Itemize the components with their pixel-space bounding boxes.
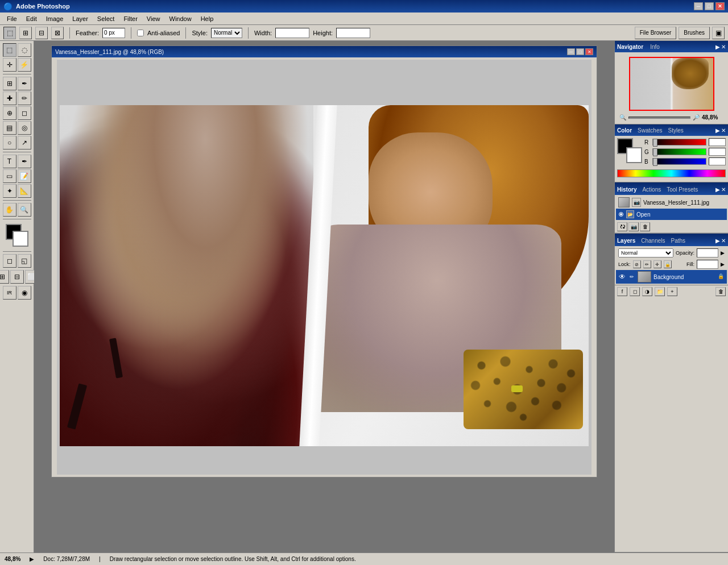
color-tab[interactable]: Color (617, 127, 632, 134)
new-selection-btn[interactable]: ⬚ (3, 27, 16, 39)
maximize-button[interactable]: □ (705, 2, 714, 10)
styles-tab[interactable]: Styles (668, 127, 683, 134)
background-layer[interactable]: 👁 ✏ Background 🔒 (616, 270, 727, 284)
brush-tool[interactable]: ✏ (18, 92, 31, 105)
notes-tool[interactable]: 📝 (18, 169, 31, 183)
clone-stamp-tool[interactable]: ⊕ (3, 106, 16, 120)
menu-filter[interactable]: Filter (119, 14, 142, 23)
history-tab[interactable]: History (617, 186, 636, 193)
layers-close-icon[interactable]: ✕ (721, 238, 726, 244)
lock-all-btn[interactable]: 🔒 (664, 260, 672, 268)
paths-tab[interactable]: Paths (671, 238, 686, 244)
navigator-expand-icon[interactable]: ▶ (715, 44, 720, 50)
minimize-button[interactable]: ─ (694, 2, 703, 10)
layer-group-btn[interactable]: 📁 (655, 287, 665, 296)
new-layer-btn[interactable]: + (667, 287, 677, 296)
healing-brush-tool[interactable]: ✚ (3, 92, 16, 105)
move-tool[interactable]: ✛ (3, 58, 16, 72)
lock-image-btn[interactable]: ✏ (643, 260, 651, 268)
channels-tab[interactable]: Channels (641, 238, 665, 244)
layer-mask-btn[interactable]: ◻ (630, 287, 640, 296)
zoom-out-icon[interactable]: 🔍 (619, 114, 626, 121)
color-spectrum-bar[interactable] (617, 169, 726, 177)
create-new-doc-btn[interactable]: 🗘 (617, 222, 627, 231)
extra-tool-btn[interactable]: ◉ (18, 286, 31, 300)
jump-to-imageready-btn[interactable]: IR (3, 286, 16, 300)
r-slider[interactable] (652, 139, 706, 146)
swatches-tab[interactable]: Swatches (638, 127, 662, 134)
create-snapshot-btn[interactable]: 📷 (628, 222, 639, 231)
actions-tab[interactable]: Actions (642, 186, 661, 193)
fill-arrow[interactable]: ▶ (721, 261, 725, 267)
screen-mode-btn2[interactable]: ⊟ (10, 270, 24, 284)
close-button[interactable]: ✕ (715, 2, 725, 10)
navigator-close-icon[interactable]: ✕ (721, 44, 726, 50)
layer-style-btn[interactable]: f (617, 287, 627, 296)
doc-minimize-btn[interactable]: ─ (567, 48, 575, 55)
lock-transparent-btn[interactable]: ⊘ (633, 260, 641, 268)
delete-state-btn[interactable]: 🗑 (640, 222, 650, 231)
delete-layer-btn[interactable]: 🗑 (715, 287, 726, 296)
width-input[interactable] (275, 28, 309, 38)
menu-window[interactable]: Window (165, 14, 196, 23)
layers-tab[interactable]: Layers (617, 238, 635, 244)
b-slider[interactable] (652, 158, 706, 165)
extra-icon[interactable]: ▣ (712, 27, 725, 39)
history-expand-icon[interactable]: ▶ (715, 186, 720, 193)
opacity-input[interactable]: 100% (697, 248, 718, 257)
measure-tool[interactable]: 📐 (18, 184, 31, 198)
zoom-tool[interactable]: 🔍 (18, 203, 31, 217)
path-select-tool[interactable]: ↗ (18, 136, 31, 149)
lock-position-btn[interactable]: ✛ (653, 260, 661, 268)
g-value-input[interactable]: 0 (709, 148, 726, 156)
height-input[interactable] (336, 28, 370, 38)
standard-mode-btn[interactable]: ◻ (3, 254, 16, 268)
rectangular-marquee-tool[interactable]: ⬚ (3, 43, 16, 57)
shape-tool[interactable]: ▭ (3, 169, 16, 183)
b-value-input[interactable]: 0 (709, 157, 726, 165)
dodge-tool[interactable]: ○ (3, 136, 16, 149)
zoom-slider[interactable] (628, 117, 690, 119)
r-value-input[interactable]: 0 (709, 138, 726, 146)
gradient-tool[interactable]: ▤ (3, 121, 16, 135)
color-close-icon[interactable]: ✕ (721, 127, 726, 134)
history-close-icon[interactable]: ✕ (721, 186, 726, 193)
navigator-tab[interactable]: Navigator (617, 44, 643, 50)
add-selection-btn[interactable]: ⊞ (19, 27, 32, 39)
style-select[interactable]: Normal (211, 28, 242, 38)
menu-image[interactable]: Image (42, 14, 68, 23)
text-tool[interactable]: T (3, 155, 16, 168)
menu-layer[interactable]: Layer (68, 14, 93, 23)
pen-tool[interactable]: ✒ (18, 155, 31, 168)
intersect-selection-btn[interactable]: ⊠ (51, 27, 64, 39)
crop-tool[interactable]: ⊞ (3, 77, 16, 90)
info-tab[interactable]: Info (650, 44, 660, 50)
opacity-arrow[interactable]: ▶ (721, 250, 725, 256)
background-color-indicator[interactable] (626, 147, 642, 163)
eyedropper-tool[interactable]: ✒ (18, 77, 31, 90)
color-expand-icon[interactable]: ▶ (715, 127, 720, 134)
background-color-swatch[interactable] (13, 231, 28, 247)
magic-wand-tool[interactable]: ⚡ (18, 58, 31, 72)
zoom-in-icon[interactable]: 🔎 (693, 114, 700, 121)
lasso-tool[interactable]: ◌ (18, 43, 31, 57)
g-slider[interactable] (652, 148, 706, 155)
eraser-tool[interactable]: ◻ (18, 106, 31, 120)
screen-mode-btn1[interactable]: ⊞ (0, 270, 9, 284)
new-fill-adjustment-btn[interactable]: ◑ (642, 287, 652, 296)
menu-file[interactable]: File (2, 14, 22, 23)
hand-tool[interactable]: ✋ (3, 203, 16, 217)
menu-edit[interactable]: Edit (22, 14, 42, 23)
doc-close-btn[interactable]: ✕ (585, 48, 593, 55)
quick-mask-btn[interactable]: ◱ (18, 254, 31, 268)
brushes-button[interactable]: Brushes (679, 27, 710, 39)
menu-help[interactable]: Help (196, 14, 218, 23)
fill-input[interactable]: 100% (697, 260, 718, 269)
doc-restore-btn[interactable]: □ (576, 48, 584, 55)
blur-tool[interactable]: ◎ (18, 121, 31, 135)
feather-input[interactable] (102, 28, 125, 38)
anti-aliased-checkbox[interactable] (137, 30, 144, 36)
eyedropper2-tool[interactable]: ✦ (3, 184, 16, 198)
file-browser-button[interactable]: File Browser (635, 27, 677, 39)
layer-visibility-toggle[interactable]: 👁 (618, 273, 626, 281)
